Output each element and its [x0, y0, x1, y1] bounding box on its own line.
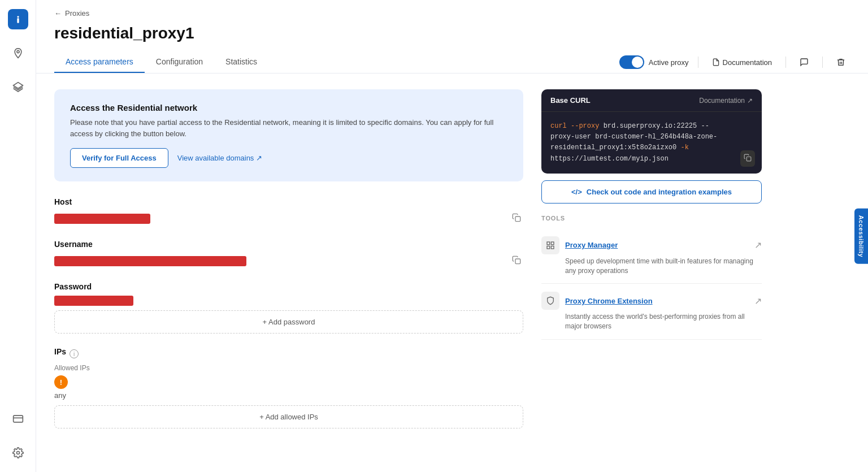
tool-item-header-ce: Proxy Chrome Extension ↗ [541, 292, 762, 310]
page-title: residential_proxy1 [54, 24, 850, 42]
curl-box: Base CURL Documentation ↗ curl --proxy b… [541, 89, 762, 174]
username-label: Username [54, 240, 523, 249]
host-copy-button[interactable] [510, 211, 523, 226]
ips-field: IPs i Allowed IPs ! any + Add allowed IP… [54, 347, 523, 428]
delete-button[interactable] [832, 55, 850, 69]
curl-title: Base CURL [550, 96, 591, 105]
curl-external-icon: ↗ [747, 97, 753, 105]
host-value-row [54, 211, 523, 226]
tabs-row: Access parameters Configuration Statisti… [54, 51, 850, 73]
curl-doc-link[interactable]: Documentation ↗ [699, 97, 753, 105]
tab-configuration[interactable]: Configuration [145, 51, 214, 73]
chrome-extension-desc: Instantly access the world's best-perfor… [541, 312, 762, 331]
active-proxy-label: Active proxy [649, 58, 689, 67]
header-actions: Active proxy Documentation [619, 55, 850, 69]
username-redacted [54, 256, 246, 266]
documentation-button[interactable]: Documentation [708, 56, 776, 69]
add-allowed-ips-button[interactable]: + Add allowed IPs [54, 405, 523, 428]
breadcrumb[interactable]: ← Proxies [54, 9, 850, 18]
tool-item-proxy-manager: Proxy Manager ↗ Speed up development tim… [541, 228, 762, 284]
doc-icon [712, 58, 720, 66]
view-domains-link[interactable]: View available domains ↗ [177, 154, 263, 162]
active-proxy-toggle-wrapper: Active proxy [619, 55, 689, 69]
info-box-actions: Verify for Full Access View available do… [70, 148, 507, 168]
header: ← Proxies residential_proxy1 Access para… [36, 0, 868, 73]
password-label: Password [54, 282, 523, 291]
comment-button[interactable] [795, 55, 813, 69]
tool-name-row-ce: Proxy Chrome Extension [541, 292, 653, 310]
tools-label: TOOLS [541, 215, 762, 222]
right-column: Base CURL Documentation ↗ curl --proxy b… [541, 89, 762, 456]
integration-button[interactable]: </> Check out code and integration examp… [541, 180, 762, 203]
divider-3 [822, 57, 823, 68]
copy-icon-2 [512, 256, 521, 265]
svg-rect-11 [551, 242, 554, 245]
integration-icon: </> [571, 188, 582, 196]
username-value-row [54, 253, 523, 269]
add-password-button[interactable]: + Add password [54, 310, 523, 334]
main-content: ← Proxies residential_proxy1 Access para… [36, 0, 868, 472]
warning-icon: ! [54, 375, 68, 389]
sidebar-item-layers[interactable] [8, 77, 28, 97]
content-area: Access the Residential network Please no… [36, 73, 868, 472]
breadcrumb-label[interactable]: Proxies [65, 9, 89, 18]
delete-icon [836, 58, 845, 67]
sidebar [0, 0, 36, 472]
view-domains-label: View available domains [177, 154, 254, 162]
svg-rect-12 [547, 246, 550, 249]
divider-1 [698, 57, 698, 68]
verify-button[interactable]: Verify for Full Access [70, 148, 168, 168]
username-field: Username [54, 240, 523, 269]
svg-rect-9 [747, 157, 751, 161]
divider-2 [785, 57, 786, 68]
svg-rect-0 [17, 18, 19, 23]
info-box-text: Please note that you have partial access… [70, 117, 507, 139]
allowed-ips-label: Allowed IPs [54, 364, 523, 372]
sidebar-item-info[interactable] [8, 9, 28, 29]
ips-label-row: IPs i [54, 347, 523, 361]
chrome-extension-icon [541, 292, 559, 310]
sidebar-item-location[interactable] [8, 43, 28, 63]
curl-copy-button[interactable] [740, 150, 755, 167]
ips-value: any [54, 391, 523, 400]
copy-icon [512, 213, 521, 222]
svg-point-6 [16, 452, 19, 454]
chrome-extension-external-icon[interactable]: ↗ [754, 296, 762, 306]
password-field: Password + Add password [54, 282, 523, 334]
tool-item-header-pm: Proxy Manager ↗ [541, 236, 762, 254]
ips-info-icon[interactable]: i [70, 349, 79, 358]
password-value-row [54, 296, 523, 306]
svg-point-2 [16, 50, 19, 53]
proxy-manager-external-icon[interactable]: ↗ [754, 240, 762, 250]
tabs: Access parameters Configuration Statisti… [54, 51, 268, 73]
sidebar-item-settings[interactable] [8, 443, 28, 463]
curl-doc-label: Documentation [699, 97, 745, 105]
tool-name-row-pm: Proxy Manager [541, 236, 618, 254]
svg-rect-10 [547, 242, 550, 245]
tab-statistics[interactable]: Statistics [214, 51, 268, 73]
host-label: Host [54, 197, 523, 206]
documentation-label: Documentation [723, 58, 772, 67]
sidebar-item-card[interactable] [8, 409, 28, 429]
chrome-extension-name[interactable]: Proxy Chrome Extension [565, 297, 653, 305]
curl-header: Base CURL Documentation ↗ [541, 89, 762, 112]
comment-icon [800, 58, 809, 67]
info-box-title: Access the Residential network [70, 103, 507, 112]
curl-copy-icon [744, 154, 752, 162]
svg-point-1 [17, 16, 19, 18]
proxy-manager-desc: Speed up development time with built-in … [541, 257, 762, 276]
integration-label: Check out code and integration examples [587, 188, 732, 196]
curl-body: curl --proxy brd.superproxy.io:22225 -- … [541, 112, 762, 174]
proxy-manager-name[interactable]: Proxy Manager [565, 241, 618, 249]
accessibility-tab[interactable]: Accessibility [854, 208, 868, 263]
username-copy-button[interactable] [510, 253, 523, 269]
ips-label: IPs [54, 347, 66, 356]
tool-item-chrome-extension: Proxy Chrome Extension ↗ Instantly acces… [541, 284, 762, 340]
host-field: Host [54, 197, 523, 226]
password-redacted [54, 296, 133, 306]
active-proxy-toggle[interactable] [619, 55, 644, 69]
tab-access-parameters[interactable]: Access parameters [54, 51, 145, 73]
svg-rect-8 [515, 259, 520, 264]
left-column: Access the Residential network Please no… [54, 89, 523, 456]
svg-rect-7 [515, 216, 520, 222]
